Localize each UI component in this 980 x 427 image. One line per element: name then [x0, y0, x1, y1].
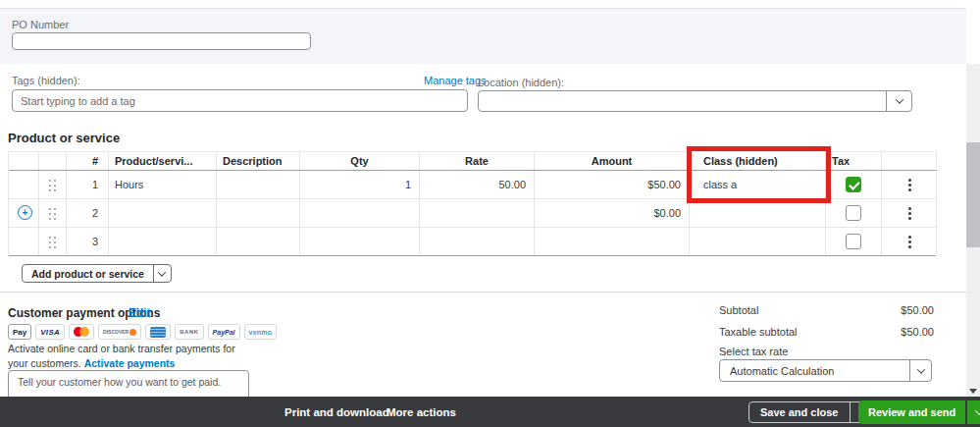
- section-divider: [0, 292, 966, 293]
- header-amount: Amount: [535, 152, 690, 170]
- mastercard-icon: [69, 324, 94, 340]
- product-cell[interactable]: [109, 199, 217, 227]
- payment-method-icons: Pay VISA DISCOVER BANK PayPal venmo: [8, 324, 277, 340]
- tax-checkbox[interactable]: [846, 205, 861, 221]
- amount-cell: $0.00: [535, 199, 690, 227]
- row-menu-icon[interactable]: [908, 179, 911, 191]
- header-qty: Qty: [300, 152, 420, 170]
- tax-checkbox[interactable]: [846, 177, 861, 192]
- drag-handle-icon[interactable]: [48, 236, 57, 248]
- review-and-send-button[interactable]: Review and send: [858, 400, 980, 424]
- amount-cell: $50.00: [535, 171, 690, 198]
- qty-cell[interactable]: 1: [300, 171, 420, 198]
- add-product-button-label: Add product or service: [23, 265, 153, 282]
- subtotal-label: Subtotal: [719, 304, 758, 316]
- header-product: Product/servi...: [109, 152, 217, 170]
- tags-input[interactable]: [12, 89, 468, 112]
- scrollbar-down-arrow[interactable]: [966, 385, 980, 397]
- chevron-down-icon: [158, 268, 166, 276]
- header-tax: Tax: [826, 152, 882, 170]
- table-row: 1 Hours 1 50.00 $50.00 class a: [9, 171, 936, 199]
- class-cell[interactable]: [690, 228, 826, 255]
- class-cell[interactable]: class a: [690, 171, 826, 198]
- scrollbar-thumb[interactable]: [966, 142, 980, 247]
- subtotal-value: $50.00: [901, 304, 934, 316]
- header-description: Description: [217, 152, 300, 170]
- bank-icon: BANK: [175, 324, 203, 340]
- visa-icon: VISA: [35, 324, 65, 340]
- description-cell[interactable]: [217, 228, 300, 255]
- print-and-download-button[interactable]: Print and download: [284, 397, 389, 427]
- description-cell[interactable]: [217, 171, 300, 198]
- chevron-down-icon: [916, 365, 924, 373]
- footer-action-bar: Print and download More actions Save and…: [0, 397, 980, 427]
- subtotal-row: Subtotal $50.00: [719, 304, 934, 316]
- row-num: 2: [67, 199, 109, 227]
- tax-checkbox[interactable]: [846, 234, 861, 249]
- save-and-close-label: Save and close: [749, 402, 850, 422]
- qty-cell[interactable]: [300, 199, 420, 227]
- select-tax-rate-label: Select tax rate: [719, 346, 788, 357]
- rate-cell[interactable]: 50.00: [420, 171, 535, 198]
- drag-handle-icon[interactable]: [48, 207, 57, 220]
- add-product-button-arrow[interactable]: [153, 265, 171, 282]
- drag-handle-icon[interactable]: [48, 179, 57, 191]
- row-gutter: [9, 228, 39, 255]
- rate-cell[interactable]: [420, 199, 535, 227]
- review-and-send-arrow[interactable]: [967, 400, 980, 424]
- table-row: 3: [9, 228, 936, 256]
- row-num: 3: [67, 228, 109, 255]
- table-row: 2 $0.00: [9, 199, 936, 228]
- product-cell[interactable]: [109, 228, 217, 255]
- location-label: Location (hidden):: [478, 77, 564, 88]
- discover-icon: DISCOVER: [98, 324, 141, 340]
- venmo-icon: venmo: [244, 324, 278, 340]
- product-service-title: Product or service: [8, 131, 120, 145]
- po-number-label: PO Number: [12, 19, 69, 30]
- tags-label: Tags (hidden):: [12, 75, 80, 86]
- paypal-icon: PayPal: [208, 324, 240, 340]
- tax-rate-select-arrow[interactable]: [909, 360, 931, 381]
- class-cell[interactable]: [690, 199, 826, 227]
- header-actions: [882, 152, 937, 170]
- insert-line-icon[interactable]: [18, 205, 32, 220]
- qty-cell[interactable]: [300, 228, 420, 255]
- location-select[interactable]: [478, 90, 912, 112]
- row-menu-icon[interactable]: [908, 236, 911, 248]
- activate-payments-link[interactable]: Activate payments: [84, 357, 176, 369]
- tax-rate-select-value: Automatic Calculation: [720, 365, 909, 377]
- more-actions-button[interactable]: More actions: [387, 397, 456, 427]
- location-select-arrow[interactable]: [886, 91, 911, 111]
- apple-pay-icon: Pay: [8, 324, 31, 340]
- table-header-row: # Product/servi... Description Qty Rate …: [9, 152, 936, 171]
- amount-cell: [535, 228, 690, 255]
- header-rate: Rate: [420, 152, 535, 170]
- add-product-button[interactable]: Add product or service: [22, 264, 172, 283]
- po-number-input[interactable]: [12, 32, 311, 50]
- header-num: #: [67, 152, 109, 170]
- activate-payments-text: Activate online card or bank transfer pa…: [8, 342, 258, 371]
- chevron-down-icon: [975, 406, 980, 414]
- row-menu-icon[interactable]: [908, 207, 911, 220]
- taxable-subtotal-label: Taxable subtotal: [719, 326, 798, 338]
- review-and-send-label[interactable]: Review and send: [858, 400, 965, 424]
- taxable-subtotal-row: Taxable subtotal $50.00: [719, 326, 934, 338]
- chevron-down-icon: [895, 95, 903, 103]
- product-cell[interactable]: Hours: [109, 171, 217, 198]
- taxable-subtotal-value: $50.00: [901, 326, 934, 338]
- payment-edit-link[interactable]: Edit: [129, 306, 151, 320]
- header-gutter: [9, 152, 39, 170]
- description-cell[interactable]: [217, 199, 300, 227]
- invoice-form-page: PO Number Tags (hidden): Manage tags Loc…: [0, 0, 980, 427]
- line-items-table: # Product/servi... Description Qty Rate …: [8, 151, 937, 256]
- amex-icon: [145, 324, 171, 340]
- header-class: Class (hidden): [690, 152, 826, 170]
- rate-cell[interactable]: [420, 228, 535, 255]
- header-drag: [39, 152, 67, 170]
- row-gutter: [9, 171, 39, 198]
- tax-rate-select[interactable]: Automatic Calculation: [719, 359, 932, 382]
- row-num: 1: [67, 171, 109, 198]
